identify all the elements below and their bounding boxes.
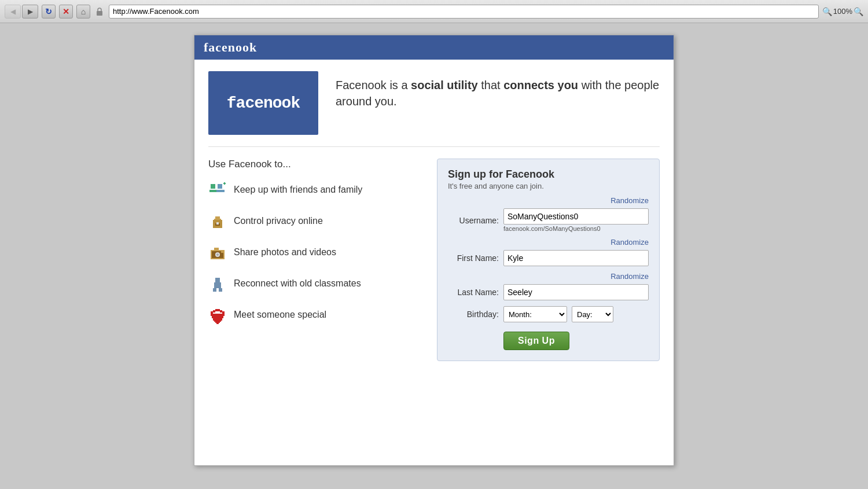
hero-section: facenook Facenook is a social utility th… [208, 71, 660, 147]
svg-rect-20 [216, 222, 219, 225]
svg-rect-42 [216, 323, 219, 324]
username-field-wrap: facenook.com/SoManyQuestions0 [503, 208, 649, 232]
lower-section: Use Facenook to... [208, 159, 660, 361]
stop-button[interactable]: ✕ [59, 5, 73, 19]
hero-description: Facenook is a social utility that connec… [336, 71, 660, 109]
svg-rect-4 [213, 186, 215, 189]
randomize-firstname-link[interactable]: Randomize [610, 272, 649, 281]
svg-rect-7 [220, 184, 222, 186]
signup-panel: Sign up for Facenook It's free and anyon… [437, 159, 660, 361]
feature-privacy: Control privacy online [208, 213, 420, 231]
lastname-field-wrap [503, 284, 649, 300]
zoom-out-icon[interactable]: 🔍 [822, 7, 832, 16]
friends-icon [208, 182, 227, 200]
svg-rect-30 [219, 288, 222, 292]
signup-btn-row: Sign Up [448, 332, 649, 350]
photos-icon [208, 244, 227, 263]
logo-box: facenook [208, 71, 318, 135]
address-bar[interactable] [109, 5, 819, 19]
feature-classmates: Reconnect with old classmates [208, 275, 420, 294]
birthday-label: Birthday: [448, 310, 499, 319]
svg-rect-39 [213, 318, 222, 321]
svg-rect-35 [220, 310, 222, 312]
feature-special-label: Meet someone special [234, 307, 326, 321]
randomize-firstname-row: Randomize [448, 272, 649, 281]
logo-text: facenook [227, 94, 300, 112]
zoom-in-icon[interactable]: 🔍 [854, 7, 863, 16]
svg-rect-34 [218, 309, 220, 311]
features-title: Use Facenook to... [208, 159, 420, 170]
svg-rect-1 [211, 184, 213, 186]
back-button[interactable]: ◀ [5, 5, 21, 19]
randomize-top-row: Randomize [448, 196, 649, 205]
zoom-level: 100% [833, 7, 852, 16]
firstname-input[interactable] [503, 250, 649, 266]
privacy-icon [208, 213, 227, 231]
svg-rect-38 [212, 316, 223, 318]
main-content: facenook Facenook is a social utility th… [194, 60, 674, 378]
lastname-label: Last Name: [448, 288, 499, 297]
svg-rect-17 [215, 216, 220, 220]
lastname-input[interactable] [503, 284, 649, 300]
svg-rect-29 [213, 288, 216, 292]
signup-title: Sign up for Facenook [448, 168, 649, 181]
svg-rect-10 [216, 190, 225, 192]
feature-friends-label: Keep up with friends and family [234, 182, 362, 196]
day-select[interactable]: Day: 1234 5678 9101112 13141516 17181920… [572, 306, 613, 322]
feature-classmates-label: Reconnect with old classmates [234, 275, 361, 290]
home-button[interactable]: ⌂ [76, 5, 90, 19]
feature-special: Meet someone special [208, 307, 420, 325]
svg-rect-12 [224, 182, 225, 185]
heart-icon [208, 307, 227, 325]
svg-rect-36 [222, 311, 225, 314]
feature-friends: Keep up with friends and family [208, 182, 420, 200]
username-input[interactable] [503, 208, 649, 225]
svg-rect-26 [221, 251, 223, 253]
zoom-controls: 🔍 100% 🔍 [822, 7, 863, 16]
security-icon [94, 6, 105, 17]
firstname-row: First Name: [448, 250, 649, 266]
site-header: facenook [194, 35, 674, 60]
reload-button[interactable]: ↻ [42, 5, 56, 19]
svg-rect-37 [211, 314, 225, 316]
lastname-row: Last Name: [448, 284, 649, 300]
svg-rect-0 [97, 11, 102, 16]
features-panel: Use Facenook to... [208, 159, 420, 338]
username-row: Username: facenook.com/SoManyQuestions0 [448, 208, 649, 232]
svg-rect-9 [220, 186, 222, 189]
svg-rect-5 [209, 190, 218, 192]
svg-rect-23 [214, 248, 219, 251]
feature-privacy-label: Control privacy online [234, 213, 323, 227]
svg-rect-3 [211, 186, 213, 189]
randomize-username-link[interactable]: Randomize [610, 238, 649, 247]
svg-rect-27 [215, 278, 220, 282]
birthday-row: Birthday: Month: January February March … [448, 306, 649, 322]
svg-rect-40 [214, 321, 221, 322]
forward-button[interactable]: ▶ [22, 5, 38, 19]
site-header-title: facenook [204, 40, 257, 54]
randomize-top-link[interactable]: Randomize [610, 196, 649, 205]
svg-rect-28 [214, 282, 221, 288]
feature-photos: Share photos and videos [208, 244, 420, 263]
nav-buttons: ◀ ▶ [5, 5, 38, 19]
browser-chrome: ◀ ▶ ↻ ✕ ⌂ 🔍 100% 🔍 [0, 0, 868, 23]
svg-rect-31 [211, 311, 213, 314]
page-area: facenook facenook Facenook is a social u… [0, 23, 868, 489]
svg-point-25 [216, 253, 219, 256]
signup-subtitle: It's free and anyone can join. [448, 182, 649, 190]
svg-rect-32 [213, 310, 215, 312]
randomize-username-row: Randomize [448, 238, 649, 247]
feature-photos-label: Share photos and videos [234, 244, 336, 259]
birthday-fields: Month: January February March April May … [503, 306, 613, 322]
signup-button[interactable]: Sign Up [503, 332, 569, 350]
svg-rect-2 [213, 184, 215, 186]
svg-rect-33 [215, 309, 218, 311]
svg-rect-8 [218, 186, 220, 189]
classmates-icon [208, 275, 227, 294]
browser-content: facenook facenook Facenook is a social u… [194, 35, 674, 466]
svg-rect-6 [218, 184, 220, 186]
month-select[interactable]: Month: January February March April May … [503, 306, 567, 322]
firstname-label: First Name: [448, 253, 499, 263]
firstname-field-wrap [503, 250, 649, 266]
username-url-hint: facenook.com/SoManyQuestions0 [503, 225, 649, 232]
